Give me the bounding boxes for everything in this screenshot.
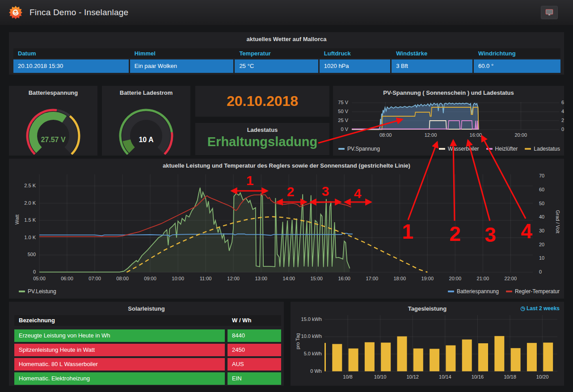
current-date-value: 20.10.2018 <box>195 93 329 110</box>
panel-title[interactable]: Ladestatus <box>195 123 329 133</box>
legend-swatch-wasserboiler <box>439 148 445 150</box>
legend-item-regler-temperatur[interactable]: Regler-Temperatur <box>506 288 560 295</box>
date-panel: 20.10.2018 <box>195 86 329 117</box>
weather-table-row: 20.10.2018 15:30Ein paar Wolken25 °C1020… <box>13 59 560 73</box>
weather-col-windrichtung: Windrichtung <box>474 48 560 58</box>
solar-row-homematic-elektroheizung: Homematic. ElektroheizungEIN <box>14 372 281 385</box>
solar-row-value: 2450 <box>228 344 281 356</box>
y-axis-tick-right: 70 <box>539 173 544 178</box>
solar-col-w-wh: W / Wh <box>228 315 281 326</box>
x-axis-tick: 12:00 <box>227 276 240 281</box>
legend-label: Ladestatus <box>534 146 560 152</box>
pv-legend-right: WasserboilerHeizlüfterLadestatus <box>439 146 560 152</box>
weather-cell-windst-rke: 3 Bft <box>392 59 472 73</box>
main-legend-left: PV.Leistung <box>19 288 56 295</box>
grafana-dashboard: Finca Demo - Inselanlage aktuelles Wette… <box>0 0 573 392</box>
legend-item-wasserboiler[interactable]: Wasserboiler <box>439 146 479 152</box>
weather-panel: aktuelles Wetter auf Mallorca DatumHimme… <box>9 32 564 75</box>
battery-current-panel: Batterie Ladestrom 10 A <box>102 86 190 156</box>
x-axis-tick: 10/20 <box>536 374 549 379</box>
daily-chart-panel: Tagesleistung ◷ Last 2 weeks pro Tag 0 W… <box>291 302 564 386</box>
panel-title[interactable]: Batterie Ladestrom <box>102 86 190 96</box>
pointer-number-4: 4 <box>521 219 532 243</box>
legend-swatch-batteriespannung <box>448 291 454 292</box>
y-axis-tick-right: 0 <box>539 269 542 274</box>
navbar: Finca Demo - Inselanlage <box>0 0 573 25</box>
legend-swatch-pv-leistung <box>19 291 25 292</box>
legend-swatch-ladestatus <box>525 148 531 150</box>
legend-label: PV.Leistung <box>28 288 56 295</box>
legend-swatch-regler-temperatur <box>506 291 512 292</box>
y-axis-tick-right: 30 <box>539 228 544 233</box>
x-axis-tick: 06:00 <box>61 276 73 281</box>
y-axis-tick: 500 <box>9 252 36 257</box>
x-axis-tick: 07:00 <box>88 276 101 281</box>
dashboard-title: Finca Demo - Inselanlage <box>29 8 128 17</box>
monitor-icon <box>545 9 553 16</box>
panel-title[interactable]: aktuelles Wetter auf Mallorca <box>9 32 564 42</box>
pv-voltage-chart <box>333 86 564 156</box>
legend-item-batteriespannung[interactable]: Batteriespannung <box>448 288 499 295</box>
solar-col-bezeichnung: Bezeichnung <box>14 315 225 326</box>
legend-swatch-pv-spannung <box>338 148 345 150</box>
x-axis-tick: 14:00 <box>282 276 295 281</box>
solar-row-value: AUS <box>228 358 281 371</box>
svg-text:27.57 V: 27.57 V <box>41 136 65 143</box>
panel-title[interactable]: Batteriespannung <box>9 86 97 96</box>
y-axis-tick: 10.0 kWh <box>291 333 322 339</box>
legend-item-pv-spannung[interactable]: PV.Spannung <box>338 146 380 152</box>
legend-item-heizl-fter[interactable]: Heizlüfter <box>486 146 518 152</box>
y-axis-tick-right: 50 <box>539 201 544 206</box>
legend-label: Wasserboiler <box>448 146 479 152</box>
x-axis-tick: 10/18 <box>504 374 516 379</box>
weather-col-windst-rke: Windstärke <box>392 48 472 58</box>
x-axis-tick: 19:00 <box>421 276 434 281</box>
weather-col-himmel: Himmel <box>130 48 234 58</box>
right-axis-unit-label: Grad / Volt <box>555 210 560 233</box>
x-axis-tick: 08:00 <box>379 132 392 138</box>
kiosk-mode-button[interactable] <box>541 6 558 19</box>
y-axis-tick-right: 10 <box>539 255 544 261</box>
panel-title[interactable]: Solarleistung <box>9 302 284 312</box>
battery-current-gauge: 10 A <box>102 97 190 155</box>
charge-status-panel: Ladestatus Erhaltungsladung <box>195 123 329 155</box>
pointer-number-1: 1 <box>402 219 413 244</box>
y-axis-tick-right: 2 <box>561 118 564 123</box>
x-axis-tick: 09:00 <box>144 276 156 281</box>
x-axis-tick: 10/14 <box>439 374 451 379</box>
pv-legend-left: PV.Spannung <box>338 146 380 152</box>
solar-row-label: Homematic. 80 L Wasserboiler <box>14 358 225 371</box>
pv-voltage-chart-panel: PV-Spannung ( Sonnenschein ) und Ladesta… <box>333 86 564 156</box>
daily-bar-chart <box>291 302 564 386</box>
annotation-number-2: 2 <box>287 184 295 199</box>
x-axis-tick: 20:00 <box>449 276 462 281</box>
solar-row-label: Erzeugte Leistung von Heute in Wh <box>14 329 225 342</box>
y-axis-tick-right: 20 <box>539 242 544 247</box>
solar-row-value: EIN <box>228 372 281 385</box>
main-legend-right: BatteriespannungRegler-Temperatur <box>448 288 560 295</box>
x-axis-tick: 10/10 <box>374 374 387 379</box>
y-axis-tick-right: 40 <box>539 214 544 219</box>
legend-label: Regler-Temperatur <box>515 288 560 295</box>
weather-cell-datum: 20.10.2018 15:30 <box>13 59 129 73</box>
y-axis-tick: 15.0 kWh <box>291 316 322 322</box>
legend-item-ladestatus[interactable]: Ladestatus <box>525 146 560 152</box>
x-axis-tick: 15:00 <box>310 276 323 281</box>
x-axis-tick: 16:00 <box>338 276 350 281</box>
solar-row-erzeugte-leistung-von-heute-in-wh: Erzeugte Leistung von Heute in Wh8440 <box>14 329 281 342</box>
y-axis-tick: 5.0 kWh <box>291 351 322 356</box>
svg-text:10 A: 10 A <box>139 136 154 143</box>
weather-col-temperatur: Temperatur <box>235 48 318 58</box>
solar-table-header: BezeichnungW / Wh <box>14 315 281 326</box>
y-axis-tick: 2.0 K <box>9 200 36 206</box>
x-axis-tick: 10/8 <box>343 374 352 379</box>
legend-item-pv-leistung[interactable]: PV.Leistung <box>19 288 56 295</box>
y-axis-tick-right: 60 <box>539 187 544 192</box>
weather-cell-himmel: Ein paar Wolken <box>130 59 234 73</box>
x-axis-tick: 17:00 <box>366 276 378 281</box>
x-axis-tick: 05:00 <box>33 276 46 281</box>
annotation-number-3: 3 <box>322 184 329 199</box>
y-axis-tick: 1.0 K <box>9 235 36 240</box>
weather-col-luftdruck: Luftdruck <box>320 48 390 58</box>
grafana-logo-icon[interactable] <box>8 5 23 20</box>
